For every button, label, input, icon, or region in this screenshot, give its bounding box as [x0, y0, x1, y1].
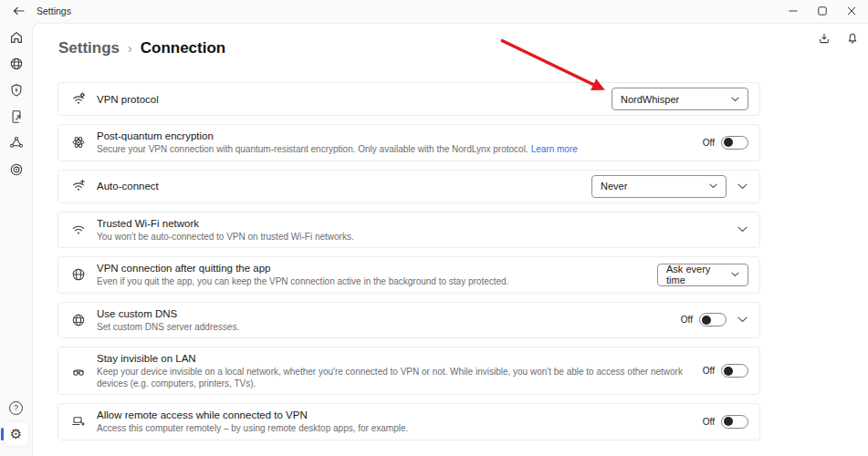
sidebar-item-file-share[interactable]: [5, 105, 28, 129]
toggle-knob: [724, 138, 733, 147]
bell-icon: [846, 32, 859, 45]
close-button[interactable]: [837, 0, 866, 22]
toggle-knob: [724, 367, 733, 376]
file-share-icon: [8, 109, 25, 125]
subtitle-text: Secure your VPN connection with quantum-…: [97, 144, 528, 154]
setting-subtitle: Keep your device invisible on a local ne…: [97, 367, 685, 389]
maximize-button[interactable]: [808, 0, 837, 22]
sidebar-item-settings[interactable]: ⚙: [5, 422, 28, 446]
vpn-after-quit-select[interactable]: Ask every time: [657, 264, 748, 286]
vpn-protocol-select[interactable]: NordWhisper: [612, 88, 748, 110]
settings-rows: VPN protocol NordWhisper: [58, 82, 760, 449]
chevron-down-icon: [737, 183, 748, 190]
globe-icon: [8, 56, 25, 72]
minimize-icon: [789, 6, 798, 16]
row-controls: Never: [591, 175, 748, 198]
setting-title: Allow remote access while connected to V…: [97, 409, 685, 421]
setting-row-vpn-protocol: VPN protocol NordWhisper: [58, 82, 760, 116]
setting-text: Allow remote access while connected to V…: [97, 409, 693, 435]
setting-title: Trusted Wi-Fi network: [97, 217, 718, 230]
setting-row-post-quantum: Post-quantum encryption Secure your VPN …: [58, 124, 760, 161]
panel-actions: [813, 27, 863, 49]
toggle-group: Off: [703, 415, 748, 429]
setting-title: VPN protocol: [97, 93, 594, 106]
sidebar-item-support[interactable]: ?: [5, 396, 28, 420]
setting-subtitle: Secure your VPN connection with quantum-…: [97, 144, 685, 156]
custom-dns-toggle[interactable]: [699, 313, 727, 326]
expand-button[interactable]: [736, 226, 748, 233]
atom-icon: [70, 135, 87, 150]
settings-gear-icon: ⚙: [10, 428, 22, 441]
setting-title: Post-quantum encryption: [97, 130, 685, 142]
close-icon: [847, 6, 856, 16]
wifi-gear-icon: [70, 92, 87, 107]
row-controls: NordWhisper: [612, 88, 748, 110]
learn-more-link[interactable]: Learn more: [531, 144, 578, 154]
page-title: Connection: [141, 39, 226, 57]
chevron-down-icon: [709, 183, 717, 189]
setting-text: VPN connection after quitting the app Ev…: [97, 262, 647, 288]
notifications-button[interactable]: [842, 27, 863, 49]
home-icon: [8, 29, 25, 46]
row-controls: Off: [703, 415, 748, 429]
sidebar: ? ⚙: [0, 22, 32, 456]
sidebar-item-dedicated-ip[interactable]: [5, 158, 28, 181]
toggle-group: Off: [703, 364, 748, 378]
glasses-icon: [70, 364, 87, 378]
toggle-group: Off: [703, 136, 748, 150]
vpn-after-quit-value: Ask every time: [666, 264, 731, 285]
breadcrumb-separator: ›: [128, 41, 132, 56]
setting-title: Use custom DNS: [97, 307, 664, 320]
breadcrumb: Settings › Connection: [58, 39, 225, 57]
wifi-icon: [70, 223, 87, 237]
chevron-down-icon: [737, 226, 748, 233]
row-controls: Off: [703, 136, 748, 150]
setting-row-auto-connect: Auto-connect Never: [58, 170, 760, 203]
setting-row-invisible-lan: Stay invisible on LAN Keep your device i…: [58, 347, 760, 395]
toggle-state-label: Off: [681, 315, 693, 325]
toggle-knob: [724, 417, 733, 426]
breadcrumb-settings[interactable]: Settings: [58, 39, 120, 57]
remote-access-toggle[interactable]: [721, 415, 748, 429]
setting-subtitle: Set custom DNS server addresses.: [97, 322, 664, 334]
setting-row-trusted-wifi: Trusted Wi-Fi network You won't be auto-…: [58, 212, 760, 249]
toggle-group: Off: [681, 313, 727, 326]
post-quantum-toggle[interactable]: [721, 136, 748, 150]
toggle-knob: [702, 316, 711, 325]
sidebar-item-home[interactable]: [5, 26, 28, 49]
vpn-protocol-value: NordWhisper: [621, 94, 679, 105]
expand-button[interactable]: [736, 316, 748, 323]
back-arrow-icon: [13, 6, 25, 16]
chevron-down-icon: [731, 97, 739, 102]
setting-subtitle: Even if you quit the app, you can keep t…: [97, 276, 640, 288]
auto-connect-select[interactable]: Never: [591, 175, 727, 198]
target-icon: [8, 161, 25, 178]
setting-title: Stay invisible on LAN: [97, 352, 685, 365]
expand-button[interactable]: [736, 183, 748, 190]
help-icon: ?: [9, 401, 23, 415]
window-controls: [779, 0, 866, 22]
invisible-lan-toggle[interactable]: [721, 364, 748, 378]
sidebar-item-countries[interactable]: [5, 52, 28, 76]
laptop-arrow-icon: [70, 414, 87, 429]
auto-connect-value: Never: [601, 181, 627, 192]
toggle-state-label: Off: [703, 138, 715, 148]
setting-row-vpn-after-quit: VPN connection after quitting the app Ev…: [58, 256, 760, 294]
window-title: Settings: [37, 5, 71, 16]
help-glyph: ?: [14, 403, 18, 412]
sidebar-item-meshnet[interactable]: [5, 131, 28, 155]
setting-title: VPN connection after quitting the app: [97, 262, 640, 275]
row-controls: Off: [703, 364, 748, 378]
download-icon: [818, 32, 831, 45]
downloads-button[interactable]: [813, 27, 835, 49]
minimize-button[interactable]: [779, 0, 808, 22]
active-indicator: [1, 428, 4, 440]
setting-row-custom-dns: Use custom DNS Set custom DNS server add…: [58, 302, 760, 339]
setting-text: Auto-connect: [97, 180, 581, 192]
back-button[interactable]: [10, 3, 26, 19]
meshnet-icon: [8, 135, 25, 151]
shield-bolt-icon: [8, 82, 25, 98]
row-controls: Off: [681, 313, 748, 326]
chevron-down-icon: [737, 316, 748, 323]
sidebar-item-threat-protection[interactable]: [5, 78, 28, 102]
